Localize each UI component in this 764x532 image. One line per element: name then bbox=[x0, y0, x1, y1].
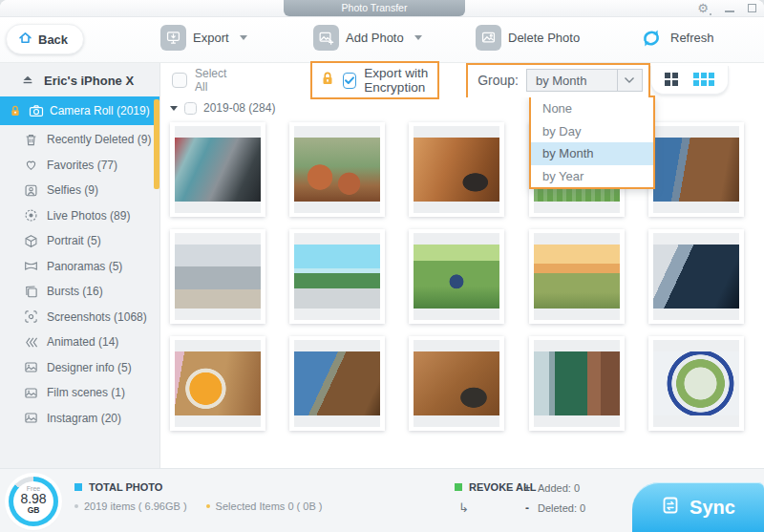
sync-button[interactable]: Sync bbox=[632, 482, 764, 532]
photo-card[interactable] bbox=[409, 336, 504, 431]
main-panel: Select All Export with Encryption Group:… bbox=[160, 63, 764, 468]
photo-card[interactable] bbox=[648, 229, 744, 324]
toolbar: Back Export Add Photo Delete Photo bbox=[0, 17, 764, 63]
lock-icon bbox=[8, 103, 23, 118]
app-window: Photo Transfer ⚙ Back Export Add Photo bbox=[0, 0, 764, 532]
brown-dog-closeup-thumbnail bbox=[653, 138, 739, 202]
photo-card[interactable] bbox=[529, 229, 625, 324]
sidebar-item-camera-roll[interactable]: Camera Roll (2019) bbox=[0, 96, 159, 125]
photo-card[interactable] bbox=[170, 122, 265, 217]
view-toggle bbox=[650, 66, 729, 95]
sidebar-item-favorites[interactable]: Favorites (77) bbox=[0, 153, 159, 179]
settings-gear-icon[interactable]: ⚙ bbox=[697, 1, 711, 15]
photo-card-bottom-strip bbox=[175, 202, 261, 213]
photo-card-bottom-strip bbox=[653, 202, 739, 213]
refresh-button[interactable]: Refresh bbox=[638, 25, 714, 51]
photo-card-bottom-strip bbox=[653, 415, 739, 427]
photo-card[interactable] bbox=[170, 229, 265, 324]
sidebar-item-animated[interactable]: Animated (14) bbox=[0, 330, 159, 355]
selected-bullet-icon bbox=[206, 504, 210, 508]
select-all-checkbox[interactable]: Select All bbox=[172, 67, 226, 94]
selfie-icon bbox=[23, 182, 38, 198]
total-photo-label: TOTAL PHOTO bbox=[89, 481, 162, 493]
photo-card-bottom-strip bbox=[414, 202, 499, 213]
group-checkbox[interactable] bbox=[184, 102, 197, 115]
home-icon bbox=[18, 31, 32, 48]
selected-count: Selected Items 0 ( 0B ) bbox=[216, 500, 323, 512]
deleted-count: Deleted: 0 bbox=[538, 502, 585, 514]
photo-card-top-strip bbox=[175, 126, 261, 138]
group-title: 2019-08 (284) bbox=[203, 101, 275, 115]
photo-card[interactable] bbox=[529, 336, 625, 431]
eject-icon bbox=[21, 73, 34, 89]
delete-photo-button[interactable]: Delete Photo bbox=[476, 25, 580, 51]
export-button[interactable]: Export bbox=[160, 25, 247, 51]
collapse-triangle-icon[interactable] bbox=[170, 106, 178, 111]
group-control: Group: by Month bbox=[466, 63, 650, 97]
revoke-bullet-icon bbox=[455, 483, 462, 491]
export-with-encryption-control[interactable]: Export with Encryption bbox=[310, 61, 439, 99]
sidebar-item-recently-deleted[interactable]: Recently Deleted (9) bbox=[0, 127, 159, 153]
sidebar-item-designer-info[interactable]: Designer info (5) bbox=[0, 355, 159, 381]
photo-card-bottom-strip bbox=[414, 309, 499, 320]
sidebar-item-bursts[interactable]: Bursts (16) bbox=[0, 279, 159, 305]
photo-group-header: 2019-08 (284) bbox=[170, 101, 764, 115]
small-grid-view-icon[interactable] bbox=[693, 73, 714, 86]
photo-card-top-strip bbox=[414, 126, 499, 138]
maximize-button[interactable] bbox=[748, 4, 756, 12]
photo-card[interactable] bbox=[409, 229, 504, 324]
sidebar-item-screenshots[interactable]: Screenshots (1068) bbox=[0, 305, 159, 330]
photo-card-bottom-strip bbox=[294, 415, 380, 427]
minimize-button[interactable] bbox=[725, 11, 734, 12]
group-option-by-day[interactable]: by Day bbox=[531, 120, 653, 143]
delete-photo-label: Delete Photo bbox=[508, 31, 580, 45]
sidebar-item-label: Camera Roll (2019) bbox=[50, 104, 150, 117]
group-select[interactable]: by Month bbox=[526, 69, 643, 92]
encryption-label: Export with Encryption bbox=[364, 66, 428, 95]
encryption-checkbox[interactable] bbox=[343, 73, 356, 89]
large-grid-view-icon[interactable] bbox=[665, 73, 678, 86]
sidebar-item-instagram[interactable]: Instagram (20) bbox=[0, 406, 159, 432]
group-option-by-month[interactable]: by Month bbox=[531, 142, 653, 165]
back-button[interactable]: Back bbox=[6, 24, 84, 54]
sidebar-item-live-photos[interactable]: Live Photos (89) bbox=[0, 203, 159, 229]
sidebar-item-portrait[interactable]: Portrait (5) bbox=[0, 228, 159, 254]
dog-by-blue-wall-thumbnail bbox=[294, 351, 380, 415]
photo-card-top-strip bbox=[294, 340, 380, 351]
photo-card[interactable] bbox=[170, 336, 265, 431]
heart-icon bbox=[23, 158, 38, 173]
photo-card[interactable] bbox=[409, 122, 504, 217]
select-all-box[interactable] bbox=[172, 73, 187, 88]
sidebar-scrollbar[interactable] bbox=[154, 99, 159, 189]
photo-card[interactable] bbox=[289, 229, 385, 324]
sidebar-item-selfies[interactable]: Selfies (9) bbox=[0, 178, 159, 203]
group-dropdown-menu: None by Day by Month by Year bbox=[529, 96, 655, 189]
group-option-by-year[interactable]: by Year bbox=[531, 165, 653, 188]
add-photo-button[interactable]: Add Photo bbox=[313, 25, 422, 51]
add-photo-icon bbox=[313, 25, 339, 51]
return-arrow-icon: ↳ bbox=[458, 500, 469, 515]
photo-card-top-strip bbox=[294, 233, 380, 245]
group-option-none[interactable]: None bbox=[531, 97, 653, 120]
photo-card[interactable] bbox=[289, 336, 385, 431]
tying-running-shoes-thumbnail bbox=[175, 245, 261, 309]
photo-card-bottom-strip bbox=[175, 309, 261, 320]
bursts-icon bbox=[23, 284, 38, 299]
photo-card-top-strip bbox=[534, 233, 620, 245]
album-icon bbox=[23, 385, 38, 400]
delete-photo-icon bbox=[476, 25, 501, 51]
chevron-down-icon bbox=[617, 70, 642, 91]
photo-card-bottom-strip bbox=[653, 309, 739, 320]
photo-card[interactable] bbox=[648, 336, 744, 431]
photo-card[interactable] bbox=[648, 122, 744, 217]
sidebar-item-panoramas[interactable]: Panoramas (5) bbox=[0, 254, 159, 280]
group-select-value: by Month bbox=[536, 74, 586, 88]
pizza-and-controller-table-thumbnail bbox=[414, 138, 499, 202]
device-header[interactable]: Eric's iPhone X bbox=[0, 63, 159, 96]
live-photo-icon bbox=[23, 208, 38, 223]
refresh-icon bbox=[638, 25, 664, 51]
photo-card-top-strip bbox=[175, 340, 261, 351]
photo-card[interactable] bbox=[289, 122, 385, 217]
screenshot-icon bbox=[23, 309, 38, 325]
sidebar-item-film-scenes[interactable]: Film scenes (1) bbox=[0, 380, 159, 406]
